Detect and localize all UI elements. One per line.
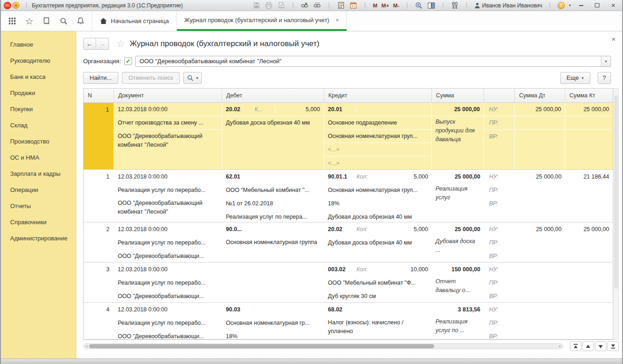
- main-menu-button[interactable]: [4, 11, 21, 31]
- organization-label: Организация:: [83, 58, 121, 65]
- chevron-down-icon[interactable]: ▾: [569, 3, 571, 7]
- credit-analytics: <...>: [328, 160, 339, 167]
- vertical-scrollbar[interactable]: [613, 88, 619, 340]
- service-wrench-icon[interactable]: [451, 1, 459, 10]
- print-icon[interactable]: [265, 1, 273, 10]
- col-header-n[interactable]: N: [84, 89, 114, 103]
- app-logo-icon[interactable]: 1С: [4, 2, 11, 9]
- current-user-button[interactable]: Иванов Иван Иванович: [474, 2, 542, 9]
- history-icon: [43, 17, 50, 25]
- form-close-icon[interactable]: ×: [611, 35, 616, 43]
- calculator-icon[interactable]: [337, 1, 345, 10]
- sidebar-item-operacii[interactable]: Операции: [1, 182, 76, 198]
- qty-label: Кол:: [357, 173, 378, 180]
- tab-close-icon[interactable]: ×: [336, 17, 339, 24]
- sidebar-item-pokupki[interactable]: Покупки: [1, 101, 76, 117]
- follow-link-icon[interactable]: [313, 1, 321, 10]
- close-window-button[interactable]: ✕: [607, 1, 619, 10]
- table-row[interactable]: 3 12.03.2018 0:00:00 Реализация услуг по…: [84, 263, 613, 303]
- table-row[interactable]: 1 12.03.2018 0:00:00 Отчет производства …: [84, 103, 613, 170]
- divider: [407, 2, 407, 9]
- more-button[interactable]: Еще▾: [560, 72, 590, 84]
- sidebar-item-bank-i-kassa[interactable]: Банк и касса: [1, 69, 76, 85]
- scroll-right-icon[interactable]: ▸: [557, 344, 563, 349]
- tax-label-pr: ПР:: [489, 187, 499, 193]
- favorite-star-icon[interactable]: ☆: [116, 38, 125, 49]
- table-row[interactable]: 2 12.03.2018 0:00:00 Реализация услуг по…: [84, 222, 613, 263]
- sum-dt-value: 25 000,00: [535, 106, 561, 113]
- col-header-sum-dt[interactable]: Сумма Дт: [515, 89, 565, 103]
- col-header-sum[interactable]: Сумма: [432, 89, 484, 103]
- organization-checkbox[interactable]: ✓: [124, 57, 132, 65]
- credit-analytics: <...>: [328, 146, 339, 153]
- scroll-left-icon[interactable]: ◂: [84, 344, 89, 349]
- forward-button[interactable]: →: [96, 38, 109, 49]
- sum-note: Выпуск продукции для давальца: [432, 116, 484, 144]
- sidebar-item-prodazhi[interactable]: Продажи: [1, 85, 76, 101]
- doc-date: 12.03.2018 0:00:00: [118, 173, 168, 180]
- sidebar-item-zarplata-i-kadry[interactable]: Зарплата и кадры: [1, 166, 76, 182]
- organization-input[interactable]: ООО "Деревообрабатывающий комбинат "Лесн…: [135, 56, 611, 67]
- maximize-icon: [595, 3, 599, 7]
- sidebar-item-otchety[interactable]: Отчеты: [1, 198, 76, 214]
- horizontal-scrollbar[interactable]: ◂ ▸: [83, 343, 563, 349]
- calendar-icon[interactable]: 31: [349, 1, 357, 10]
- credit-analytics: Основная номенклатурная груп...: [328, 133, 417, 139]
- help-button[interactable]: ?: [598, 72, 611, 84]
- tab-journal[interactable]: Журнал проводок (бухгалтерский и налогов…: [177, 11, 347, 31]
- sidebar-item-rukovoditelyu[interactable]: Руководителю: [1, 53, 76, 69]
- notifications-button[interactable]: [72, 11, 89, 31]
- col-header-debit[interactable]: Дебет: [222, 89, 324, 103]
- tab-home-label: Начальная страница: [111, 18, 169, 24]
- calc-m-minus-button[interactable]: M-: [393, 1, 399, 10]
- home-icon: [100, 18, 107, 24]
- find-button[interactable]: Найти...: [83, 72, 118, 84]
- print-preview-icon[interactable]: [277, 1, 285, 10]
- split-view-icon[interactable]: [427, 1, 435, 10]
- calc-m-button[interactable]: M: [373, 1, 377, 10]
- save-icon[interactable]: [252, 1, 260, 10]
- calc-m-plus-button[interactable]: M+: [381, 1, 389, 10]
- debit-account: 20.02: [226, 106, 254, 113]
- zoom-icon[interactable]: [415, 1, 423, 10]
- history-button[interactable]: [38, 11, 55, 31]
- go-down-button[interactable]: [595, 341, 606, 351]
- search-button[interactable]: [55, 11, 72, 31]
- col-header-tax[interactable]: [484, 89, 515, 103]
- go-first-button[interactable]: [570, 341, 581, 351]
- minimize-button[interactable]: [575, 1, 587, 10]
- go-up-button[interactable]: [582, 341, 594, 351]
- sidebar-item-sklad[interactable]: Склад: [1, 117, 76, 133]
- tab-home[interactable]: Начальная страница: [92, 11, 177, 31]
- qty-value: 10,000: [378, 266, 428, 273]
- col-header-document[interactable]: Документ: [114, 89, 222, 103]
- credit-analytics: Налог (взносы): начислено / уплачено: [328, 318, 428, 336]
- doc-date: 12.03.2018 0:00:00: [118, 226, 168, 233]
- maximize-button[interactable]: [591, 1, 603, 10]
- col-header-credit[interactable]: Кредит: [324, 89, 432, 103]
- system-menu-button[interactable]: ▾: [12, 2, 19, 9]
- favorites-button[interactable]: ☆: [21, 11, 38, 31]
- doc-org: ООО "Деревообрабатывающи...: [118, 293, 204, 299]
- doc-date: 12.03.2018 0:00:00: [118, 266, 168, 273]
- search-menu-button[interactable]: ▾: [183, 72, 202, 84]
- organization-dropdown-button[interactable]: ▾: [601, 56, 611, 66]
- info-icon[interactable]: i: [557, 2, 565, 9]
- get-link-icon[interactable]: [301, 1, 309, 10]
- sidebar-item-os-i-nma[interactable]: ОС и НМА: [1, 149, 76, 166]
- sidebar-item-administrirovanie[interactable]: Администрирование: [1, 230, 76, 246]
- col-header-sum-kt[interactable]: Сумма Кт: [565, 89, 613, 103]
- cancel-search-button[interactable]: Отменить поиск: [122, 72, 180, 84]
- tax-label-vr: ВР:: [489, 253, 498, 259]
- sidebar-item-spravochniki[interactable]: Справочники: [1, 214, 76, 230]
- sidebar-item-proizvodstvo[interactable]: Производство: [1, 133, 76, 149]
- go-last-button[interactable]: [607, 341, 619, 351]
- table-row[interactable]: 1 12.03.2018 0:00:00 Реализация услуг по…: [84, 170, 613, 222]
- back-button[interactable]: ←: [84, 38, 96, 49]
- sidebar-item-glavnoe[interactable]: Главное: [1, 36, 76, 53]
- sum-note: Реализация услуг по ...: [432, 316, 484, 335]
- table-row[interactable]: 4 12.03.2018 0:00:00 Реализация услуг по…: [84, 303, 613, 340]
- horizontal-scrollbar-thumb[interactable]: [89, 344, 434, 348]
- search-icon: [60, 18, 67, 25]
- vertical-scrollbar-thumb[interactable]: [614, 95, 618, 289]
